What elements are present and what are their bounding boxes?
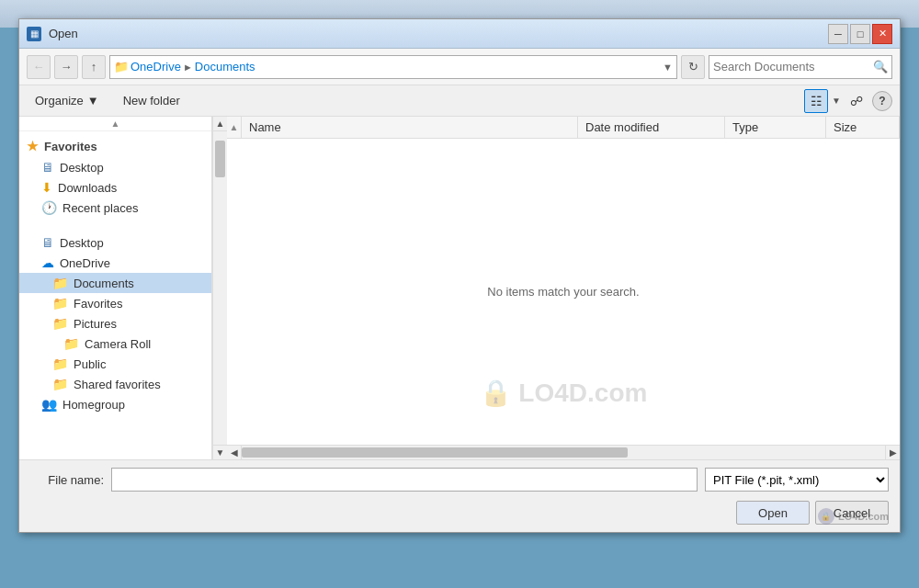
dialog-icon: ▦ bbox=[27, 27, 41, 41]
sidebar-item-onedrive[interactable]: ☁ OneDrive bbox=[19, 253, 211, 273]
close-button[interactable]: ✕ bbox=[872, 24, 892, 44]
sidebar-break bbox=[19, 221, 211, 229]
back-button[interactable]: ← bbox=[27, 55, 51, 79]
refresh-button[interactable]: ↻ bbox=[681, 55, 705, 79]
sidebar-item-label: Desktop bbox=[60, 161, 104, 175]
downloads-fav-icon: ⬇ bbox=[41, 180, 52, 195]
sidebar-item-recent-fav[interactable]: 🕐 Recent places bbox=[19, 198, 211, 218]
sidebar-item-favorites[interactable]: 📁 Favorites bbox=[19, 293, 211, 313]
sidebar-scrollbar: ▲ ▼ bbox=[212, 117, 227, 459]
sidebar-item-public[interactable]: 📁 Public bbox=[19, 354, 211, 374]
favorites-section: ★ Favorites 🖥 Desktop ⬇ Downloads 🕐 Rece… bbox=[19, 131, 211, 221]
organize-label: Organize bbox=[35, 94, 84, 107]
favorites-label: Favorites bbox=[44, 140, 97, 153]
bottom-bar: File name: PIT File (*.pit, *.xml) All F… bbox=[19, 459, 900, 532]
recent-fav-icon: 🕐 bbox=[41, 200, 57, 215]
col-size-label: Size bbox=[834, 120, 857, 134]
sidebar-scroll-track bbox=[213, 131, 227, 445]
nav-bar: ← → ↑ 📁 OneDrive ► Documents ▼ ↻ 🔍 bbox=[19, 49, 900, 85]
toolbar-right: ☷ ▼ ☍ ? bbox=[804, 89, 892, 113]
new-folder-button[interactable]: New folder bbox=[115, 90, 188, 111]
filename-row: File name: PIT File (*.pit, *.xml) All F… bbox=[30, 468, 889, 492]
h-scroll-track bbox=[242, 446, 885, 459]
col-name-label: Name bbox=[249, 120, 281, 134]
organize-button[interactable]: Organize ▼ bbox=[27, 90, 108, 111]
sidebar-item-shared-favorites[interactable]: 📁 Shared favorites bbox=[19, 374, 211, 394]
open-dialog: ▦ Open ─ □ ✕ ← → ↑ 📁 OneDrive ► Document… bbox=[18, 18, 901, 533]
h-scrollbar: ◀ ▶ bbox=[227, 445, 900, 459]
col-header-date[interactable]: Date modified bbox=[578, 117, 725, 138]
up-button[interactable]: ↑ bbox=[82, 55, 106, 79]
pictures-icon: 📁 bbox=[52, 316, 68, 331]
desktop-fav-icon: 🖥 bbox=[41, 160, 54, 175]
sidebar-item-label: Public bbox=[74, 357, 106, 371]
empty-message: No items match your search. bbox=[487, 285, 639, 299]
sidebar-item-documents[interactable]: 📁 Documents bbox=[19, 273, 211, 293]
file-header: ▲ Name Date modified Type Size bbox=[227, 117, 900, 139]
col-date-label: Date modified bbox=[585, 120, 659, 134]
center-watermark: 🔒 LO4D.com bbox=[480, 378, 648, 408]
help-button[interactable]: ? bbox=[872, 91, 892, 111]
address-bar[interactable]: 📁 OneDrive ► Documents ▼ bbox=[109, 55, 677, 79]
col-header-size[interactable]: Size bbox=[826, 117, 900, 138]
favorites-header[interactable]: ★ Favorites bbox=[19, 135, 211, 157]
title-bar-left: ▦ Open bbox=[27, 27, 78, 41]
sidebar-item-homegroup[interactable]: 👥 Homegroup bbox=[19, 394, 211, 414]
sidebar-item-desktop-fav[interactable]: 🖥 Desktop bbox=[19, 157, 211, 177]
documents-icon: 📁 bbox=[52, 276, 68, 290]
camera-roll-icon: 📁 bbox=[63, 336, 79, 351]
maximize-button[interactable]: □ bbox=[850, 24, 870, 44]
sidebar-item-desktop[interactable]: 🖥 Desktop bbox=[19, 232, 211, 253]
cancel-button[interactable]: Cancel bbox=[815, 501, 889, 525]
crumb-onedrive[interactable]: OneDrive bbox=[130, 60, 181, 74]
sidebar-item-label: Camera Roll bbox=[85, 337, 151, 351]
star-icon: ★ bbox=[27, 139, 39, 153]
sidebar: ▲ ★ Favorites 🖥 Desktop ⬇ Downloads 🕐 Re bbox=[19, 117, 212, 459]
main-content: ▲ ★ Favorites 🖥 Desktop ⬇ Downloads 🕐 Re bbox=[19, 117, 900, 459]
sidebar-item-label: Downloads bbox=[58, 181, 117, 195]
sidebar-item-camera-roll[interactable]: 📁 Camera Roll bbox=[19, 334, 211, 354]
filename-label: File name: bbox=[30, 473, 104, 487]
public-icon: 📁 bbox=[52, 356, 68, 371]
sidebar-item-label: Recent places bbox=[62, 201, 138, 215]
h-scroll-thumb[interactable] bbox=[242, 447, 628, 458]
search-icon: 🔍 bbox=[873, 60, 888, 74]
view-details-button[interactable]: ☷ bbox=[804, 89, 828, 113]
crumb-separator: ► bbox=[183, 62, 193, 73]
filetype-select[interactable]: PIT File (*.pit, *.xml) All Files (*.*) bbox=[705, 468, 889, 492]
sidebar-item-downloads-fav[interactable]: ⬇ Downloads bbox=[19, 177, 211, 198]
address-folder-icon: 📁 bbox=[114, 60, 129, 74]
crumb-documents[interactable]: Documents bbox=[195, 60, 255, 74]
sidebar-item-label: Favorites bbox=[74, 297, 122, 311]
filename-input[interactable] bbox=[111, 468, 698, 492]
h-scroll-left-btn[interactable]: ◀ bbox=[227, 446, 242, 459]
file-area: ▲ Name Date modified Type Size No items … bbox=[227, 117, 900, 459]
section2: 🖥 Desktop ☁ OneDrive 📁 Documents 📁 Favor… bbox=[19, 229, 211, 418]
sidebar-scroll-down-btn[interactable]: ▼ bbox=[213, 445, 227, 459]
title-bar: ▦ Open ─ □ ✕ bbox=[19, 19, 900, 49]
h-scroll-right-btn[interactable]: ▶ bbox=[885, 446, 900, 459]
header-scroll-indicator: ▲ bbox=[227, 117, 242, 138]
new-folder-label: New folder bbox=[123, 94, 180, 107]
file-body: No items match your search. 🔒 LO4D.com bbox=[227, 139, 900, 445]
sidebar-scroll-up[interactable]: ▲ bbox=[19, 117, 211, 131]
sidebar-item-label: Documents bbox=[74, 277, 134, 290]
sidebar-item-label: OneDrive bbox=[60, 256, 110, 270]
col-header-name[interactable]: Name bbox=[242, 117, 578, 138]
forward-button[interactable]: → bbox=[54, 55, 78, 79]
desktop-icon: 🖥 bbox=[41, 235, 54, 250]
col-header-type[interactable]: Type bbox=[725, 117, 826, 138]
dialog-title: Open bbox=[49, 27, 78, 40]
col-type-label: Type bbox=[732, 120, 758, 134]
address-dropdown-icon[interactable]: ▼ bbox=[663, 62, 673, 73]
view-preview-button[interactable]: ☍ bbox=[845, 89, 868, 113]
search-input[interactable] bbox=[713, 60, 869, 74]
open-button[interactable]: Open bbox=[736, 501, 810, 525]
minimize-button[interactable]: ─ bbox=[828, 24, 848, 44]
sidebar-scroll-up-btn[interactable]: ▲ bbox=[213, 117, 227, 131]
shared-favorites-icon: 📁 bbox=[52, 377, 68, 391]
sidebar-item-pictures[interactable]: 📁 Pictures bbox=[19, 313, 211, 334]
sidebar-scroll-thumb[interactable] bbox=[215, 141, 225, 177]
onedrive-icon: ☁ bbox=[41, 255, 54, 270]
sidebar-item-label: Homegroup bbox=[62, 398, 125, 412]
